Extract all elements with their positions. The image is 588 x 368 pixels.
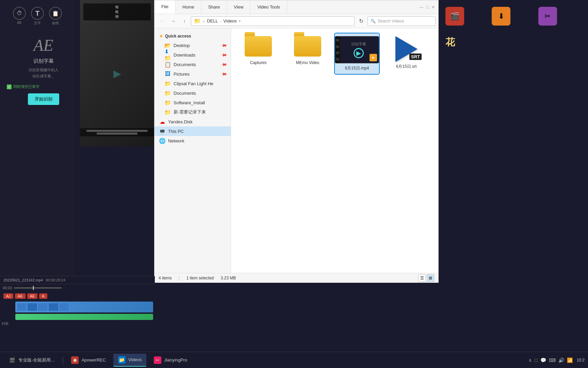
ae-subtitle-panel: AE 识别字幕 识别音视频中的人动生成字幕。 ✓ 同时清空已有字 开始识别 [7, 32, 80, 105]
breadcrumb-root: DELL [207, 18, 218, 24]
file-june15-srt[interactable]: SRT 6月15日.srt [384, 33, 428, 74]
address-bar[interactable]: 📁 « DELL › Videos ▾ [191, 16, 355, 26]
status-bar: 4 items | 1 item selected 3.23 MB ☰ ⊞ [154, 273, 438, 282]
track-thumbnail-3 [38, 303, 48, 311]
ae-checkbox-row[interactable]: ✓ 同时清空已有字 [7, 84, 80, 89]
maximize-button[interactable]: □ [426, 5, 429, 10]
desktop-label: Desktop [174, 43, 190, 48]
list-view-button[interactable]: ☰ [418, 274, 426, 282]
tab-file[interactable]: File [154, 0, 176, 14]
taskbar-separator-1: | [62, 356, 64, 364]
pictures-folder-icon: 🖼 [165, 71, 171, 77]
tab-video-tools[interactable]: Video Tools [250, 0, 287, 14]
checkbox-icon: ✓ [7, 85, 12, 89]
item-count: 4 items [159, 276, 172, 280]
window-controls: — □ ✕ [416, 0, 438, 14]
network-label: Network [168, 138, 184, 143]
desktop-folder-icon: 📂 [165, 42, 171, 48]
tray-keyboard-icon[interactable]: ⌨ [549, 357, 556, 363]
ae-title: 识别字幕 [7, 58, 80, 64]
grid-view-button[interactable]: ⊞ [427, 274, 434, 282]
tab-view[interactable]: View [227, 0, 250, 14]
mp4-thumbnail: 识别字幕 ▶ ▶ [335, 36, 379, 63]
track-thumbnail-1 [17, 303, 27, 311]
sidebar-item-newdir[interactable]: 📁 新-需要记录下来 [154, 107, 231, 117]
track-btn-aj[interactable]: AJ [3, 293, 13, 299]
video-thumbnail: ▶ 轻松转 [80, 0, 154, 147]
right-icons-grid: 🎬 ⬇ ✂ [445, 7, 581, 26]
sidebar-quick-access-header[interactable]: ★ Quick access [154, 32, 231, 41]
tray-chat-icon[interactable]: 💬 [540, 357, 546, 363]
video-track-block[interactable] [15, 302, 153, 312]
paste-icon-btn[interactable]: 📋 贴纸 [49, 7, 62, 26]
minimize-button[interactable]: — [420, 5, 424, 10]
clipsal-label: Clipsal Fan Light He [174, 81, 213, 86]
file-explorer-toolbar: File Home Share View Video Tools — □ ✕ [154, 0, 438, 14]
track-thumbnail-4 [49, 303, 58, 311]
text-icon-btn[interactable]: T 文字 [31, 7, 44, 26]
memu-name: MEmu Video [296, 60, 319, 65]
audio-track-block[interactable] [15, 314, 153, 320]
downloads-label: Downloads [174, 52, 195, 58]
folder-icon: 📁 [194, 18, 201, 24]
apowerrec-icon: ⏺ [71, 356, 79, 364]
sidebar-item-yandex[interactable]: ☁ Yandex.Disk [154, 117, 231, 126]
app-icon-3[interactable]: ✂ [538, 7, 557, 26]
file-memu-video[interactable]: MEmu Video [285, 33, 330, 74]
sidebar-item-documents[interactable]: 📋 Documents 📌 [154, 60, 231, 69]
thumbnail-image: ▶ [80, 0, 154, 147]
software-label: Software_Install [174, 100, 205, 105]
taskbar-jianyingpro[interactable]: ✂ JianyingPro [149, 354, 192, 367]
jianyingpro-label: JianyingPro [164, 357, 187, 363]
forward-button[interactable]: → [168, 16, 178, 26]
sidebar-item-downloads[interactable]: ⬇📁 Downloads 📌 [154, 50, 231, 60]
downloads-folder-icon: ⬇📁 [165, 52, 171, 58]
sidebar-item-clipsal[interactable]: 📁 Clipsal Fan Light He [154, 79, 231, 88]
audio-track-row [2, 314, 153, 320]
taskbar-app-left[interactable]: 🎬 专业版-全能易用... [3, 354, 59, 367]
timeline-filename: 20220621_223142.mp4 [3, 278, 43, 282]
track-btn-a[interactable]: A [39, 293, 47, 299]
timeline-scrubber[interactable] [14, 287, 62, 289]
tray-chevron-icon[interactable]: ∧ [528, 357, 532, 363]
address-separator-1: « [203, 19, 205, 23]
taskbar-videos[interactable]: 📁 Videos [113, 354, 147, 367]
app-icon-1[interactable]: 🎬 [445, 7, 464, 26]
app-logo-text: 花 [445, 36, 581, 49]
back-button[interactable]: ← [157, 16, 167, 26]
navigation-bar: ← → ↑ 📁 « DELL › Videos ▾ ↻ 🔍 Search Vid… [154, 14, 438, 28]
sidebar-item-this-pc[interactable]: 💻 This PC [154, 126, 231, 136]
search-box[interactable]: 🔍 Search Videos [368, 16, 436, 26]
status-separator: | [179, 276, 180, 280]
tab-home[interactable]: Home [176, 0, 201, 14]
sidebar-item-network[interactable]: 🌐 Network [154, 136, 231, 145]
tray-volume-icon[interactable]: 🔊 [558, 357, 564, 363]
clock-icon-btn[interactable]: ⏱ AE [13, 7, 26, 26]
refresh-button[interactable]: ↻ [356, 16, 366, 26]
video-track-row [2, 302, 153, 312]
mp4-content: 识别字幕 ▶ [348, 42, 366, 58]
file-captures[interactable]: Captures [236, 33, 280, 74]
taskbar-apowerrec[interactable]: ⏺ ApowerREC [66, 354, 111, 367]
timeline-timecode: 00:00 [3, 286, 12, 290]
newdir-label: 新-需要记录下来 [174, 109, 206, 115]
tab-share[interactable]: Share [201, 0, 227, 14]
timeline-header: 20220621_223142.mp4 00:00:28:24 [0, 276, 155, 284]
sidebar: ★ Quick access 📂 Desktop 📌 ⬇📁 Downloads … [154, 28, 231, 273]
track-btn-ae1[interactable]: AE [15, 293, 26, 299]
srt-name: 6月15日.srt [396, 64, 417, 70]
up-button[interactable]: ↑ [180, 16, 189, 26]
track-btn-ae2[interactable]: AE [27, 293, 38, 299]
app-icon-2[interactable]: ⬇ [492, 7, 510, 26]
tray-network-icon[interactable]: 📶 [567, 357, 573, 363]
sidebar-item-documents2[interactable]: 📁 Documents [154, 88, 231, 98]
timeline-tracks: AJ AE AE A 封面 [0, 292, 155, 329]
tray-notification-icon[interactable]: □ [535, 357, 537, 363]
sidebar-item-software[interactable]: 📁 Software_Install [154, 98, 231, 107]
start-recognition-button[interactable]: 开始识别 [28, 93, 59, 105]
file-june15-mp4[interactable]: 识别字幕 ▶ ▶ 6月15日.mp4 [335, 33, 379, 74]
close-button[interactable]: ✕ [431, 5, 435, 10]
sidebar-item-pictures[interactable]: 🖼 Pictures 📌 [154, 69, 231, 79]
this-pc-label: This PC [168, 129, 184, 134]
timeline-duration: 00:00:28:24 [46, 278, 65, 282]
